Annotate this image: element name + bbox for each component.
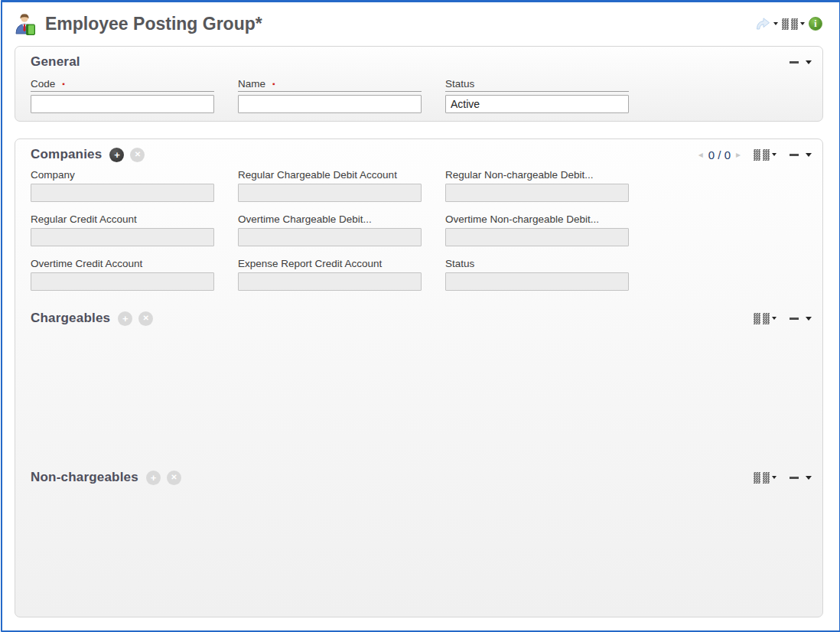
field-label-row: Name ▪ bbox=[238, 79, 422, 92]
name-field: Name ▪ bbox=[238, 79, 422, 113]
expense-report-credit-field: Expense Report Credit Account bbox=[238, 257, 422, 291]
columns-icon bbox=[754, 472, 770, 484]
section-companies: Companies + ✕ ◂ 0 / 0 ▸ Company bbox=[15, 138, 823, 617]
field-label: Overtime Credit Account bbox=[31, 258, 142, 269]
subsection-non-chargeables: Non-chargeables + ✕ bbox=[15, 468, 822, 487]
field-label-row: Overtime Credit Account bbox=[31, 257, 214, 272]
field-label-row: Company bbox=[31, 168, 214, 184]
field-label: Regular Credit Account bbox=[31, 213, 137, 225]
chevron-down-icon bbox=[800, 22, 805, 25]
companies-fields: Company Regular Chargeable Debit Account… bbox=[31, 168, 822, 291]
page-header: Employee Posting Group* i bbox=[2, 2, 839, 41]
company-status-input bbox=[445, 272, 629, 291]
collapse-chevron-icon[interactable] bbox=[806, 153, 812, 157]
field-label: Overtime Non-chargeable Debit... bbox=[445, 213, 599, 225]
collapse-minus-icon[interactable] bbox=[790, 477, 799, 479]
x-icon: ✕ bbox=[135, 151, 141, 158]
non-chargeables-controls bbox=[754, 472, 812, 484]
field-label-row: Overtime Non-chargeable Debit... bbox=[445, 213, 629, 228]
chargeables-column-chooser-button[interactable] bbox=[754, 313, 777, 324]
collapse-minus-icon[interactable] bbox=[790, 154, 799, 156]
chevron-down-icon bbox=[772, 153, 777, 156]
companies-controls: ◂ 0 / 0 ▸ bbox=[698, 148, 812, 161]
regular-credit-field: Regular Credit Account bbox=[31, 213, 214, 246]
delete-company-button[interactable]: ✕ bbox=[130, 148, 145, 162]
regular-chargeable-debit-account-input bbox=[238, 184, 422, 202]
actions-button[interactable] bbox=[755, 17, 778, 31]
pager-next-icon[interactable]: ▸ bbox=[736, 149, 741, 160]
chevron-down-icon bbox=[772, 317, 777, 320]
delete-non-chargeable-button[interactable]: ✕ bbox=[167, 471, 181, 485]
delete-chargeable-button[interactable]: ✕ bbox=[138, 311, 153, 326]
collapse-minus-icon[interactable] bbox=[790, 61, 799, 64]
overtime-chargeable-debit-field: Overtime Chargeable Debit... bbox=[238, 213, 422, 246]
subsection-chargeables: Chargeables + ✕ bbox=[15, 309, 822, 327]
field-label: Status bbox=[445, 78, 474, 90]
name-input[interactable] bbox=[238, 95, 422, 113]
pager: ◂ 0 / 0 ▸ bbox=[698, 148, 741, 161]
field-label: Code bbox=[31, 78, 55, 90]
subsection-title-chargeables: Chargeables bbox=[31, 311, 110, 326]
header-toolbar: i bbox=[755, 17, 822, 31]
page-title: Employee Posting Group* bbox=[45, 14, 262, 34]
field-label-row: Regular Non-chargeable Debit... bbox=[445, 168, 629, 184]
field-label: Name bbox=[238, 78, 265, 90]
overtime-non-chargeable-debit-field: Overtime Non-chargeable Debit... bbox=[445, 213, 629, 246]
general-fields: Code ▪ Name ▪ Status bbox=[31, 79, 822, 113]
columns-icon bbox=[754, 149, 770, 161]
field-label: Expense Report Credit Account bbox=[238, 258, 382, 269]
section-title-companies: Companies bbox=[31, 147, 102, 162]
general-controls bbox=[790, 60, 812, 64]
regular-non-chargeable-debit-account-input bbox=[445, 184, 629, 202]
collapse-chevron-icon[interactable] bbox=[806, 317, 812, 321]
company-status-field: Status bbox=[445, 257, 629, 291]
regular-chargeable-debit-field: Regular Chargeable Debit Account bbox=[238, 168, 422, 202]
collapse-chevron-icon[interactable] bbox=[806, 476, 812, 480]
required-marker: ▪ bbox=[272, 80, 275, 88]
field-label-row: Regular Credit Account bbox=[31, 213, 214, 228]
pager-prev-icon[interactable]: ◂ bbox=[698, 149, 703, 160]
required-marker: ▪ bbox=[62, 80, 65, 88]
collapse-minus-icon[interactable] bbox=[790, 318, 799, 320]
field-label-row: Expense Report Credit Account bbox=[238, 257, 422, 272]
info-icon[interactable]: i bbox=[809, 17, 822, 31]
field-label-row: Regular Chargeable Debit Account bbox=[238, 168, 422, 184]
companies-column-chooser-button[interactable] bbox=[754, 149, 777, 161]
field-label: Overtime Chargeable Debit... bbox=[238, 213, 372, 225]
field-label: Company bbox=[31, 169, 75, 181]
collapse-chevron-icon[interactable] bbox=[806, 60, 812, 64]
overtime-credit-field: Overtime Credit Account bbox=[31, 257, 214, 291]
columns-icon bbox=[754, 313, 770, 324]
overtime-chargeable-debit-account-input bbox=[238, 228, 422, 246]
companies-header: Companies + ✕ ◂ 0 / 0 ▸ bbox=[15, 139, 822, 162]
code-input[interactable] bbox=[31, 95, 214, 113]
expense-report-credit-account-input bbox=[238, 272, 422, 291]
code-field: Code ▪ bbox=[31, 79, 214, 113]
general-header: General bbox=[15, 47, 822, 70]
overtime-non-chargeable-debit-account-input bbox=[445, 228, 629, 246]
field-label-row: Overtime Chargeable Debit... bbox=[238, 213, 422, 228]
company-field: Company bbox=[31, 168, 214, 202]
section-title-general: General bbox=[31, 54, 80, 70]
field-label: Regular Non-chargeable Debit... bbox=[445, 169, 594, 181]
status-input[interactable] bbox=[445, 95, 629, 113]
field-label-row: Status bbox=[445, 257, 629, 272]
field-label: Status bbox=[445, 258, 474, 269]
field-label: Regular Chargeable Debit Account bbox=[238, 169, 397, 181]
x-icon: ✕ bbox=[143, 314, 149, 322]
subsection-title-non-chargeables: Non-chargeables bbox=[31, 470, 138, 485]
column-chooser-button[interactable] bbox=[782, 18, 805, 30]
employee-group-icon bbox=[13, 11, 36, 36]
non-chargeables-column-chooser-button[interactable] bbox=[754, 472, 777, 484]
add-chargeable-button[interactable]: + bbox=[118, 311, 132, 326]
field-label-row: Code ▪ bbox=[31, 79, 214, 92]
curved-arrow-icon bbox=[755, 17, 771, 31]
columns-icon bbox=[782, 18, 798, 30]
field-label-row: Status bbox=[445, 79, 629, 92]
company-input bbox=[31, 184, 214, 202]
chargeables-empty-area bbox=[15, 327, 822, 468]
regular-non-chargeable-debit-field: Regular Non-chargeable Debit... bbox=[445, 168, 629, 202]
x-icon: ✕ bbox=[171, 474, 177, 481]
add-non-chargeable-button[interactable]: + bbox=[146, 471, 161, 485]
add-company-button[interactable]: + bbox=[109, 148, 124, 162]
